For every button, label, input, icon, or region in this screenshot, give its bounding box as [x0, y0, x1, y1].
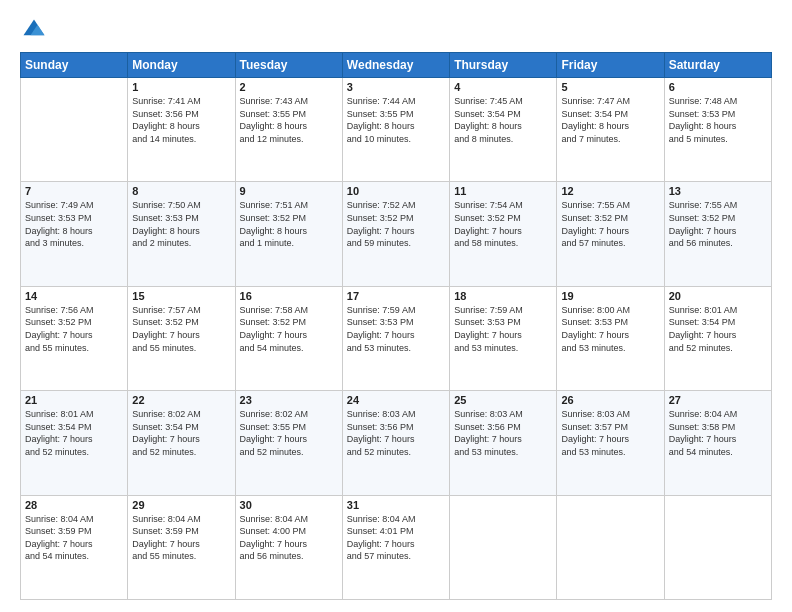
- day-info: Sunrise: 7:57 AM Sunset: 3:52 PM Dayligh…: [132, 304, 230, 354]
- day-info: Sunrise: 8:04 AM Sunset: 3:58 PM Dayligh…: [669, 408, 767, 458]
- calendar-cell: 20Sunrise: 8:01 AM Sunset: 3:54 PM Dayli…: [664, 286, 771, 390]
- day-number: 3: [347, 81, 445, 93]
- day-number: 20: [669, 290, 767, 302]
- day-number: 22: [132, 394, 230, 406]
- week-row-2: 7Sunrise: 7:49 AM Sunset: 3:53 PM Daylig…: [21, 182, 772, 286]
- calendar-cell: 18Sunrise: 7:59 AM Sunset: 3:53 PM Dayli…: [450, 286, 557, 390]
- calendar-cell: 24Sunrise: 8:03 AM Sunset: 3:56 PM Dayli…: [342, 391, 449, 495]
- day-number: 16: [240, 290, 338, 302]
- day-number: 13: [669, 185, 767, 197]
- calendar-cell: 28Sunrise: 8:04 AM Sunset: 3:59 PM Dayli…: [21, 495, 128, 599]
- day-number: 5: [561, 81, 659, 93]
- calendar-cell: 6Sunrise: 7:48 AM Sunset: 3:53 PM Daylig…: [664, 78, 771, 182]
- calendar-cell: 11Sunrise: 7:54 AM Sunset: 3:52 PM Dayli…: [450, 182, 557, 286]
- day-number: 30: [240, 499, 338, 511]
- calendar-cell: 25Sunrise: 8:03 AM Sunset: 3:56 PM Dayli…: [450, 391, 557, 495]
- day-number: 11: [454, 185, 552, 197]
- weekday-header-thursday: Thursday: [450, 53, 557, 78]
- day-info: Sunrise: 8:02 AM Sunset: 3:55 PM Dayligh…: [240, 408, 338, 458]
- calendar-cell: 31Sunrise: 8:04 AM Sunset: 4:01 PM Dayli…: [342, 495, 449, 599]
- calendar-cell: 26Sunrise: 8:03 AM Sunset: 3:57 PM Dayli…: [557, 391, 664, 495]
- day-info: Sunrise: 8:01 AM Sunset: 3:54 PM Dayligh…: [25, 408, 123, 458]
- day-number: 8: [132, 185, 230, 197]
- day-info: Sunrise: 8:03 AM Sunset: 3:56 PM Dayligh…: [347, 408, 445, 458]
- day-number: 4: [454, 81, 552, 93]
- calendar-cell: [450, 495, 557, 599]
- calendar-cell: 27Sunrise: 8:04 AM Sunset: 3:58 PM Dayli…: [664, 391, 771, 495]
- calendar-cell: 1Sunrise: 7:41 AM Sunset: 3:56 PM Daylig…: [128, 78, 235, 182]
- weekday-header-friday: Friday: [557, 53, 664, 78]
- day-info: Sunrise: 8:04 AM Sunset: 4:00 PM Dayligh…: [240, 513, 338, 563]
- calendar-cell: 22Sunrise: 8:02 AM Sunset: 3:54 PM Dayli…: [128, 391, 235, 495]
- day-number: 25: [454, 394, 552, 406]
- day-info: Sunrise: 8:04 AM Sunset: 3:59 PM Dayligh…: [132, 513, 230, 563]
- calendar-cell: 16Sunrise: 7:58 AM Sunset: 3:52 PM Dayli…: [235, 286, 342, 390]
- header: [20, 16, 772, 44]
- week-row-3: 14Sunrise: 7:56 AM Sunset: 3:52 PM Dayli…: [21, 286, 772, 390]
- day-info: Sunrise: 7:58 AM Sunset: 3:52 PM Dayligh…: [240, 304, 338, 354]
- day-number: 10: [347, 185, 445, 197]
- calendar-cell: 2Sunrise: 7:43 AM Sunset: 3:55 PM Daylig…: [235, 78, 342, 182]
- calendar-cell: 10Sunrise: 7:52 AM Sunset: 3:52 PM Dayli…: [342, 182, 449, 286]
- day-number: 2: [240, 81, 338, 93]
- day-number: 18: [454, 290, 552, 302]
- day-info: Sunrise: 7:59 AM Sunset: 3:53 PM Dayligh…: [347, 304, 445, 354]
- calendar-cell: 13Sunrise: 7:55 AM Sunset: 3:52 PM Dayli…: [664, 182, 771, 286]
- calendar-table: SundayMondayTuesdayWednesdayThursdayFrid…: [20, 52, 772, 600]
- day-info: Sunrise: 7:49 AM Sunset: 3:53 PM Dayligh…: [25, 199, 123, 249]
- calendar-cell: [664, 495, 771, 599]
- day-info: Sunrise: 7:52 AM Sunset: 3:52 PM Dayligh…: [347, 199, 445, 249]
- calendar-cell: 30Sunrise: 8:04 AM Sunset: 4:00 PM Dayli…: [235, 495, 342, 599]
- day-number: 24: [347, 394, 445, 406]
- weekday-header-monday: Monday: [128, 53, 235, 78]
- calendar-cell: 12Sunrise: 7:55 AM Sunset: 3:52 PM Dayli…: [557, 182, 664, 286]
- calendar-cell: 23Sunrise: 8:02 AM Sunset: 3:55 PM Dayli…: [235, 391, 342, 495]
- day-info: Sunrise: 8:00 AM Sunset: 3:53 PM Dayligh…: [561, 304, 659, 354]
- day-info: Sunrise: 7:55 AM Sunset: 3:52 PM Dayligh…: [561, 199, 659, 249]
- day-number: 23: [240, 394, 338, 406]
- weekday-header-sunday: Sunday: [21, 53, 128, 78]
- calendar-cell: 9Sunrise: 7:51 AM Sunset: 3:52 PM Daylig…: [235, 182, 342, 286]
- day-info: Sunrise: 8:02 AM Sunset: 3:54 PM Dayligh…: [132, 408, 230, 458]
- day-number: 26: [561, 394, 659, 406]
- day-number: 27: [669, 394, 767, 406]
- day-info: Sunrise: 7:47 AM Sunset: 3:54 PM Dayligh…: [561, 95, 659, 145]
- day-number: 1: [132, 81, 230, 93]
- day-number: 12: [561, 185, 659, 197]
- calendar-cell: 21Sunrise: 8:01 AM Sunset: 3:54 PM Dayli…: [21, 391, 128, 495]
- page: SundayMondayTuesdayWednesdayThursdayFrid…: [0, 0, 792, 612]
- calendar-cell: [21, 78, 128, 182]
- weekday-header-saturday: Saturday: [664, 53, 771, 78]
- calendar-cell: 29Sunrise: 8:04 AM Sunset: 3:59 PM Dayli…: [128, 495, 235, 599]
- day-number: 21: [25, 394, 123, 406]
- day-info: Sunrise: 7:50 AM Sunset: 3:53 PM Dayligh…: [132, 199, 230, 249]
- day-number: 7: [25, 185, 123, 197]
- day-info: Sunrise: 8:04 AM Sunset: 3:59 PM Dayligh…: [25, 513, 123, 563]
- day-number: 9: [240, 185, 338, 197]
- day-info: Sunrise: 8:03 AM Sunset: 3:57 PM Dayligh…: [561, 408, 659, 458]
- day-number: 6: [669, 81, 767, 93]
- week-row-1: 1Sunrise: 7:41 AM Sunset: 3:56 PM Daylig…: [21, 78, 772, 182]
- calendar-cell: 4Sunrise: 7:45 AM Sunset: 3:54 PM Daylig…: [450, 78, 557, 182]
- day-info: Sunrise: 7:41 AM Sunset: 3:56 PM Dayligh…: [132, 95, 230, 145]
- day-info: Sunrise: 8:04 AM Sunset: 4:01 PM Dayligh…: [347, 513, 445, 563]
- day-number: 14: [25, 290, 123, 302]
- day-info: Sunrise: 7:55 AM Sunset: 3:52 PM Dayligh…: [669, 199, 767, 249]
- calendar-cell: 17Sunrise: 7:59 AM Sunset: 3:53 PM Dayli…: [342, 286, 449, 390]
- calendar-cell: [557, 495, 664, 599]
- weekday-header-wednesday: Wednesday: [342, 53, 449, 78]
- calendar-cell: 8Sunrise: 7:50 AM Sunset: 3:53 PM Daylig…: [128, 182, 235, 286]
- day-info: Sunrise: 7:43 AM Sunset: 3:55 PM Dayligh…: [240, 95, 338, 145]
- calendar-cell: 5Sunrise: 7:47 AM Sunset: 3:54 PM Daylig…: [557, 78, 664, 182]
- day-number: 28: [25, 499, 123, 511]
- day-info: Sunrise: 8:03 AM Sunset: 3:56 PM Dayligh…: [454, 408, 552, 458]
- day-number: 19: [561, 290, 659, 302]
- day-info: Sunrise: 7:59 AM Sunset: 3:53 PM Dayligh…: [454, 304, 552, 354]
- calendar-cell: 19Sunrise: 8:00 AM Sunset: 3:53 PM Dayli…: [557, 286, 664, 390]
- logo-icon: [20, 16, 48, 44]
- day-info: Sunrise: 7:45 AM Sunset: 3:54 PM Dayligh…: [454, 95, 552, 145]
- calendar-cell: 3Sunrise: 7:44 AM Sunset: 3:55 PM Daylig…: [342, 78, 449, 182]
- day-info: Sunrise: 7:51 AM Sunset: 3:52 PM Dayligh…: [240, 199, 338, 249]
- logo: [20, 16, 52, 44]
- week-row-5: 28Sunrise: 8:04 AM Sunset: 3:59 PM Dayli…: [21, 495, 772, 599]
